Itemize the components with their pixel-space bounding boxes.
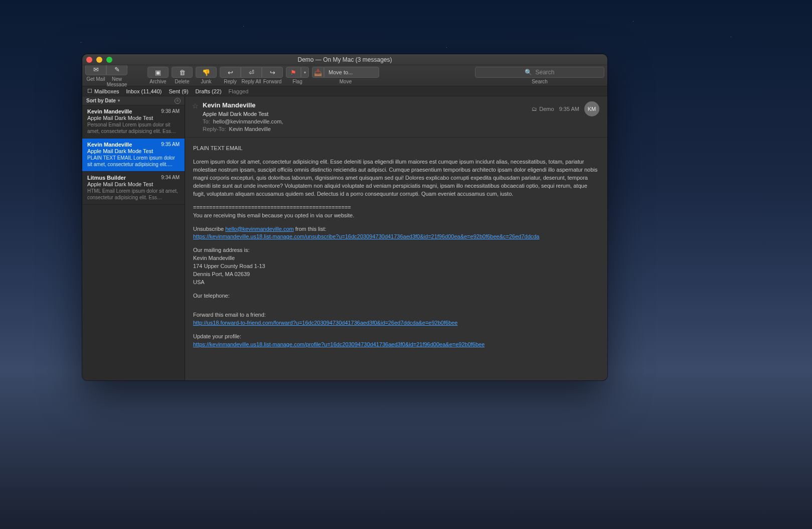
reply-icon: ↩︎ — [228, 69, 233, 76]
divider: ========================================… — [193, 204, 599, 212]
message-header: ☆ Kevin Mandeville Apple Mail Dark Mode … — [185, 96, 607, 138]
reply-button[interactable]: ↩︎ — [220, 67, 241, 78]
addr-name: Kevin Mandeville — [193, 254, 599, 262]
mail-window: Demo — On My Mac (3 messages) ✉︎ ✎ Get M… — [82, 54, 607, 380]
header-mailbox: Demo — [539, 106, 554, 112]
message-body[interactable]: PLAIN TEXT EMAIL Lorem ipsum dolor sit a… — [185, 138, 607, 356]
message-list: Sort by Date ▾ ≡ Kevin Mandeville9:38 AM… — [82, 96, 185, 380]
forward-icon: ↪︎ — [270, 69, 275, 76]
list-item[interactable]: Litmus Builder9:34 AM Apple Mail Dark Mo… — [82, 172, 185, 205]
upd-label: Update your profile: — [193, 333, 599, 341]
header-sender: Kevin Mandeville — [203, 101, 528, 109]
addr-country: USA — [193, 279, 599, 287]
sort-label: Sort by Date — [86, 98, 116, 103]
body-heading: PLAIN TEXT EMAIL — [193, 145, 599, 153]
item-subject: Apple Mail Dark Mode Test — [87, 181, 180, 187]
move-to-button[interactable]: Move to... — [324, 67, 379, 78]
toolbar-label: Reply All — [241, 79, 262, 84]
delete-button[interactable]: 🗑 — [172, 67, 193, 78]
list-item[interactable]: Kevin Mandeville9:35 AM Apple Mail Dark … — [82, 139, 185, 172]
titlebar[interactable]: Demo — On My Mac (3 messages) — [82, 54, 607, 65]
addr-street: 174 Upper County Road 1-13 — [193, 262, 599, 271]
body-para: Lorem ipsum dolor sit amet, consectetur … — [193, 158, 599, 198]
fav-inbox[interactable]: Inbox (11,440) — [126, 88, 162, 94]
header-time: 9:35 AM — [559, 106, 579, 112]
tel-label: Our telephone: — [193, 292, 599, 300]
toolbar-label: Forward — [262, 79, 283, 84]
upd-link[interactable]: https://kevinmandeville.us18.list-manage… — [193, 341, 484, 347]
toolbar-label: Archive — [149, 79, 166, 84]
folder-icon: 🗂 — [532, 106, 537, 112]
window-title: Demo — On My Mac (3 messages) — [297, 56, 392, 63]
opt-in-text: You are receiving this email because you… — [193, 212, 599, 220]
unsub-link[interactable]: https://kevinmandeville.us18.list-manage… — [193, 233, 539, 239]
item-preview: HTML Email Lorem ipsum dolor sit amet, c… — [87, 188, 180, 201]
sort-bar[interactable]: Sort by Date ▾ ≡ — [82, 96, 185, 105]
replyto-label: Reply-To: — [203, 126, 226, 132]
toolbar-label: Flag — [292, 79, 302, 84]
new-message-button[interactable]: ✎ — [106, 64, 127, 75]
addr-label: Our mailing address is: — [193, 246, 599, 254]
filter-icon[interactable]: ≡ — [175, 98, 181, 104]
unsub-post: from this list: — [294, 226, 327, 232]
vip-star-icon[interactable]: ☆ — [192, 102, 199, 110]
fwd-link[interactable]: http://us18.forward-to-friend.com/forwar… — [193, 320, 458, 326]
toolbar-label: Junk — [201, 79, 211, 84]
mailboxes-toggle[interactable]: ☐ Mailboxes — [87, 88, 119, 94]
item-subject: Apple Mail Dark Mode Test — [87, 148, 180, 154]
move-to-label: Move to... — [329, 69, 353, 75]
reply-all-icon: ⏎ — [249, 69, 254, 76]
fav-drafts[interactable]: Drafts (22) — [196, 88, 222, 94]
fav-flagged[interactable]: Flagged — [229, 88, 249, 94]
maximize-icon[interactable] — [106, 57, 112, 63]
item-preview: Personal Email Lorem ipsum dolor sit ame… — [87, 121, 180, 135]
fav-sent[interactable]: Sent (9) — [169, 88, 188, 94]
trash-icon: 🗑 — [179, 69, 186, 76]
search-input[interactable]: 🔍 Search — [475, 67, 604, 78]
item-sender: Kevin Mandeville — [87, 108, 132, 114]
item-time: 9:35 AM — [161, 142, 180, 148]
toolbar-label: New Message — [106, 76, 127, 87]
minimize-icon[interactable] — [96, 57, 102, 63]
flag-button[interactable]: ⚑ — [286, 67, 301, 78]
sidebar-icon: ☐ — [87, 88, 92, 94]
item-time: 9:38 AM — [161, 108, 180, 114]
toolbar-label: Reply — [220, 79, 241, 84]
toolbar-label: Move — [340, 79, 352, 84]
toolbar: ✉︎ ✎ Get Mail New Message ▣ Archive 🗑 De… — [82, 65, 607, 86]
forward-button[interactable]: ↪︎ — [262, 67, 283, 78]
to-value: hello@kevinmandeville.com, — [213, 118, 283, 124]
item-time: 9:34 AM — [161, 175, 180, 181]
flag-menu-button[interactable]: ▾ — [301, 67, 309, 78]
addr-city: Dennis Port, MA 02639 — [193, 271, 599, 279]
list-item[interactable]: Kevin Mandeville9:38 AM Apple Mail Dark … — [82, 105, 185, 139]
chevron-down-icon: ▾ — [118, 98, 120, 103]
toolbar-label: Delete — [175, 79, 190, 84]
item-sender: Kevin Mandeville — [87, 142, 132, 148]
archive-button[interactable]: ▣ — [147, 67, 169, 78]
get-mail-button[interactable]: ✉︎ — [85, 64, 106, 75]
avatar: KM — [584, 101, 599, 116]
junk-button[interactable]: 👎 — [196, 67, 217, 78]
fav-label: Mailboxes — [94, 88, 119, 94]
toolbar-label: Search — [532, 79, 548, 84]
unsub-email-link[interactable]: hello@kevinmandeville.com — [225, 226, 294, 232]
item-preview: PLAIN TEXT EMAIL Lorem ipsum dolor sit a… — [87, 155, 180, 168]
junk-icon: 👎 — [202, 69, 210, 76]
header-subject: Apple Mail Dark Mode Test — [203, 111, 528, 117]
envelope-icon: ✉︎ — [93, 66, 99, 73]
move-icon-button[interactable]: 📥 — [312, 67, 324, 78]
chevron-down-icon: ▾ — [304, 70, 306, 75]
unsub-pre: Unsubscribe — [193, 226, 225, 232]
item-sender: Litmus Builder — [87, 175, 126, 181]
close-icon[interactable] — [86, 57, 92, 63]
compose-icon: ✎ — [114, 66, 120, 73]
reply-all-button[interactable]: ⏎ — [241, 67, 262, 78]
flag-icon: ⚑ — [290, 69, 296, 76]
item-subject: Apple Mail Dark Mode Test — [87, 115, 180, 121]
favorites-bar: ☐ Mailboxes Inbox (11,440) Sent (9) Draf… — [82, 86, 607, 96]
message-reader: ☆ Kevin Mandeville Apple Mail Dark Mode … — [185, 96, 607, 380]
toolbar-label: Get Mail — [85, 76, 106, 87]
replyto-value: Kevin Mandeville — [229, 126, 271, 132]
to-label: To: — [203, 118, 210, 124]
